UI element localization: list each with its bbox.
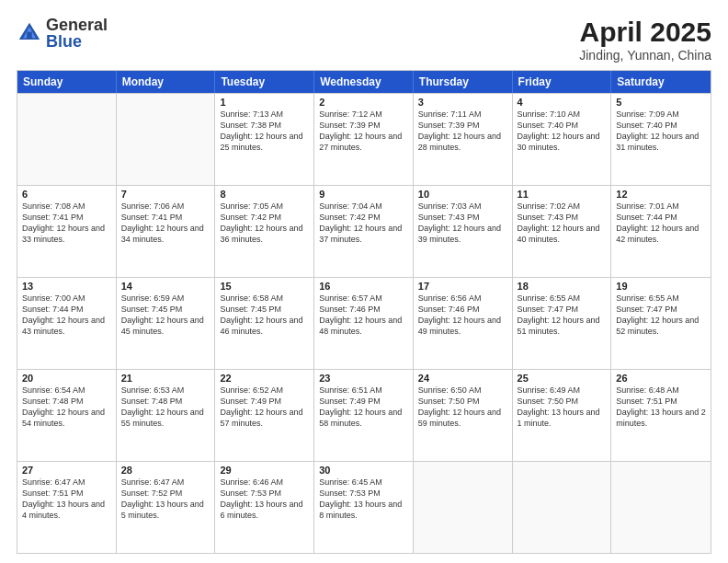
- calendar-cell: 20Sunrise: 6:54 AM Sunset: 7:48 PM Dayli…: [17, 370, 117, 461]
- calendar-cell: 16Sunrise: 6:57 AM Sunset: 7:46 PM Dayli…: [314, 278, 414, 369]
- cell-info: Sunrise: 6:47 AM Sunset: 7:52 PM Dayligh…: [121, 477, 210, 522]
- day-number: 3: [418, 97, 507, 108]
- cell-info: Sunrise: 7:04 AM Sunset: 7:42 PM Dayligh…: [319, 201, 408, 246]
- calendar-header-cell: Monday: [117, 71, 216, 93]
- calendar-cell: 11Sunrise: 7:02 AM Sunset: 7:43 PM Dayli…: [513, 186, 612, 277]
- cell-info: Sunrise: 7:11 AM Sunset: 7:39 PM Dayligh…: [418, 109, 507, 154]
- calendar-row: 1Sunrise: 7:13 AM Sunset: 7:38 PM Daylig…: [17, 93, 711, 185]
- calendar-cell: 9Sunrise: 7:04 AM Sunset: 7:42 PM Daylig…: [314, 186, 414, 277]
- day-number: 20: [22, 373, 111, 384]
- cell-info: Sunrise: 7:01 AM Sunset: 7:44 PM Dayligh…: [616, 201, 706, 246]
- day-number: 15: [220, 281, 309, 292]
- day-number: 10: [418, 189, 507, 200]
- cell-info: Sunrise: 7:09 AM Sunset: 7:40 PM Dayligh…: [616, 109, 706, 154]
- cell-info: Sunrise: 6:48 AM Sunset: 7:51 PM Dayligh…: [616, 385, 706, 430]
- logo: General Blue: [17, 17, 108, 50]
- day-number: 13: [22, 281, 111, 292]
- day-number: 28: [121, 465, 210, 476]
- calendar-cell: 17Sunrise: 6:56 AM Sunset: 7:46 PM Dayli…: [414, 278, 513, 369]
- day-number: 14: [121, 281, 210, 292]
- logo-text: General Blue: [46, 17, 108, 50]
- calendar-cell: 29Sunrise: 6:46 AM Sunset: 7:53 PM Dayli…: [215, 462, 314, 553]
- calendar-cell: 1Sunrise: 7:13 AM Sunset: 7:38 PM Daylig…: [215, 94, 314, 185]
- calendar-cell: 21Sunrise: 6:53 AM Sunset: 7:48 PM Dayli…: [117, 370, 216, 461]
- calendar-cell: 25Sunrise: 6:49 AM Sunset: 7:50 PM Dayli…: [513, 370, 612, 461]
- calendar-header-cell: Thursday: [414, 71, 513, 93]
- calendar-cell: 13Sunrise: 7:00 AM Sunset: 7:44 PM Dayli…: [17, 278, 117, 369]
- calendar-cell: 27Sunrise: 6:47 AM Sunset: 7:51 PM Dayli…: [17, 462, 117, 553]
- title-block: April 2025 Jinding, Yunnan, China: [579, 17, 711, 63]
- cell-info: Sunrise: 7:10 AM Sunset: 7:40 PM Dayligh…: [518, 109, 607, 154]
- day-number: 19: [616, 281, 706, 292]
- calendar-header-cell: Friday: [513, 71, 612, 93]
- header: General Blue April 2025 Jinding, Yunnan,…: [17, 17, 711, 63]
- calendar-row: 20Sunrise: 6:54 AM Sunset: 7:48 PM Dayli…: [17, 369, 711, 461]
- day-number: 30: [319, 465, 408, 476]
- cell-info: Sunrise: 7:13 AM Sunset: 7:38 PM Dayligh…: [220, 109, 309, 154]
- calendar-row: 27Sunrise: 6:47 AM Sunset: 7:51 PM Dayli…: [17, 461, 711, 553]
- calendar-cell-empty: [611, 462, 711, 553]
- cell-info: Sunrise: 6:55 AM Sunset: 7:47 PM Dayligh…: [518, 293, 607, 338]
- calendar-cell: 24Sunrise: 6:50 AM Sunset: 7:50 PM Dayli…: [414, 370, 513, 461]
- day-number: 9: [319, 189, 408, 200]
- day-number: 11: [518, 189, 607, 200]
- logo-general: General: [46, 17, 108, 33]
- calendar-cell: 18Sunrise: 6:55 AM Sunset: 7:47 PM Dayli…: [513, 278, 612, 369]
- day-number: 5: [616, 97, 706, 108]
- day-number: 21: [121, 373, 210, 384]
- calendar-cell: 10Sunrise: 7:03 AM Sunset: 7:43 PM Dayli…: [414, 186, 513, 277]
- cell-info: Sunrise: 6:58 AM Sunset: 7:45 PM Dayligh…: [220, 293, 309, 338]
- logo-blue: Blue: [46, 33, 108, 50]
- month-title: April 2025: [579, 17, 711, 48]
- calendar-cell: 26Sunrise: 6:48 AM Sunset: 7:51 PM Dayli…: [611, 370, 711, 461]
- day-number: 26: [616, 373, 706, 384]
- cell-info: Sunrise: 6:51 AM Sunset: 7:49 PM Dayligh…: [319, 385, 408, 430]
- calendar-header-cell: Sunday: [17, 71, 117, 93]
- cell-info: Sunrise: 6:47 AM Sunset: 7:51 PM Dayligh…: [22, 477, 111, 522]
- day-number: 2: [319, 97, 408, 108]
- cell-info: Sunrise: 6:50 AM Sunset: 7:50 PM Dayligh…: [418, 385, 507, 430]
- calendar-cell: 14Sunrise: 6:59 AM Sunset: 7:45 PM Dayli…: [117, 278, 216, 369]
- calendar-cell: 19Sunrise: 6:55 AM Sunset: 7:47 PM Dayli…: [611, 278, 711, 369]
- calendar-cell: 23Sunrise: 6:51 AM Sunset: 7:49 PM Dayli…: [314, 370, 414, 461]
- calendar-cell: 4Sunrise: 7:10 AM Sunset: 7:40 PM Daylig…: [513, 94, 612, 185]
- day-number: 16: [319, 281, 408, 292]
- calendar-cell: 15Sunrise: 6:58 AM Sunset: 7:45 PM Dayli…: [215, 278, 314, 369]
- day-number: 8: [220, 189, 309, 200]
- calendar-cell-empty: [17, 94, 117, 185]
- calendar-cell: 2Sunrise: 7:12 AM Sunset: 7:39 PM Daylig…: [314, 94, 414, 185]
- page: General Blue April 2025 Jinding, Yunnan,…: [0, 0, 728, 563]
- calendar-header-row: SundayMondayTuesdayWednesdayThursdayFrid…: [17, 71, 711, 93]
- day-number: 18: [518, 281, 607, 292]
- calendar-cell: 5Sunrise: 7:09 AM Sunset: 7:40 PM Daylig…: [611, 94, 711, 185]
- day-number: 7: [121, 189, 210, 200]
- cell-info: Sunrise: 7:02 AM Sunset: 7:43 PM Dayligh…: [518, 201, 607, 246]
- day-number: 29: [220, 465, 309, 476]
- day-number: 6: [22, 189, 111, 200]
- cell-info: Sunrise: 6:57 AM Sunset: 7:46 PM Dayligh…: [319, 293, 408, 338]
- day-number: 12: [616, 189, 706, 200]
- cell-info: Sunrise: 6:56 AM Sunset: 7:46 PM Dayligh…: [418, 293, 507, 338]
- cell-info: Sunrise: 7:06 AM Sunset: 7:41 PM Dayligh…: [121, 201, 210, 246]
- day-number: 23: [319, 373, 408, 384]
- day-number: 24: [418, 373, 507, 384]
- calendar-cell: 28Sunrise: 6:47 AM Sunset: 7:52 PM Dayli…: [117, 462, 216, 553]
- calendar-cell: 7Sunrise: 7:06 AM Sunset: 7:41 PM Daylig…: [117, 186, 216, 277]
- calendar-cell: 22Sunrise: 6:52 AM Sunset: 7:49 PM Dayli…: [215, 370, 314, 461]
- calendar-header-cell: Wednesday: [314, 71, 414, 93]
- calendar-body: 1Sunrise: 7:13 AM Sunset: 7:38 PM Daylig…: [17, 93, 711, 553]
- subtitle: Jinding, Yunnan, China: [579, 48, 711, 63]
- calendar-cell-empty: [513, 462, 612, 553]
- logo-icon: [17, 20, 42, 46]
- day-number: 27: [22, 465, 111, 476]
- cell-info: Sunrise: 6:45 AM Sunset: 7:53 PM Dayligh…: [319, 477, 408, 522]
- calendar-cell: 8Sunrise: 7:05 AM Sunset: 7:42 PM Daylig…: [215, 186, 314, 277]
- calendar: SundayMondayTuesdayWednesdayThursdayFrid…: [17, 70, 711, 554]
- calendar-cell: 12Sunrise: 7:01 AM Sunset: 7:44 PM Dayli…: [611, 186, 711, 277]
- calendar-cell-empty: [414, 462, 513, 553]
- cell-info: Sunrise: 6:52 AM Sunset: 7:49 PM Dayligh…: [220, 385, 309, 430]
- calendar-header-cell: Tuesday: [215, 71, 314, 93]
- day-number: 25: [518, 373, 607, 384]
- calendar-row: 6Sunrise: 7:08 AM Sunset: 7:41 PM Daylig…: [17, 185, 711, 277]
- cell-info: Sunrise: 7:03 AM Sunset: 7:43 PM Dayligh…: [418, 201, 507, 246]
